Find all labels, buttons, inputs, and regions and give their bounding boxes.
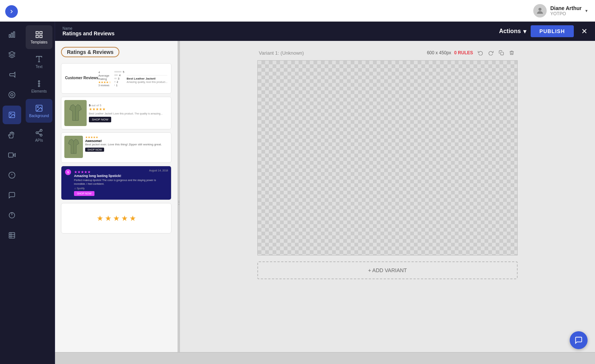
- card-1-title: Customer Reviews: [65, 76, 98, 80]
- widget-name: Ratings and Reviews: [62, 30, 115, 36]
- card-1-lines: 5 4 3 2: [114, 71, 126, 87]
- variant-dimensions: 600 x 450px: [427, 50, 451, 55]
- top-nav-bar: Diane Arthur YOTPO ▾: [0, 0, 595, 22]
- svg-point-32: [36, 132, 38, 134]
- variant-label: Variant 1: (Unknown): [259, 50, 304, 56]
- svg-marker-4: [9, 52, 15, 55]
- panel-bar: Templates Text Elements Background APIs: [23, 22, 55, 364]
- svg-line-34: [38, 133, 40, 135]
- header-bar: Name Ratings and Reviews Actions ▾ PUBLI…: [55, 22, 595, 41]
- category-badge: Ratings & Reviews: [61, 47, 119, 57]
- canvas-area[interactable]: [257, 60, 518, 255]
- avatar: [533, 4, 547, 17]
- variant-header: Variant 1: (Unknown) 600 x 450px 0 RULES: [257, 48, 518, 57]
- main-canvas: Variant 1: (Unknown) 600 x 450px 0 RULES: [180, 41, 595, 364]
- svg-rect-22: [36, 35, 38, 37]
- template-card-5-content: ★ ★ ★ ★ ★: [61, 203, 171, 233]
- sidebar-item-megaphone[interactable]: [3, 65, 21, 84]
- panel-item-text[interactable]: Text: [26, 50, 52, 74]
- template-card-3-content: ★★★★★ Awesome! Best jacket ever. Love th…: [61, 133, 171, 162]
- svg-rect-21: [40, 31, 42, 33]
- panel-item-elements[interactable]: Elements: [26, 74, 52, 98]
- panel-item-templates[interactable]: Templates: [26, 25, 52, 49]
- svg-point-28: [38, 85, 40, 87]
- card-1-left: 4 Average Rating ★★★★☆ 3 reviews: [98, 71, 111, 87]
- sidebar-item-video[interactable]: [3, 146, 21, 164]
- card-3-text: ★★★★★ Awesome! Best jacket ever. Love th…: [85, 136, 168, 152]
- card-2-info: 5 out of 5 ★★★★★ Best Leather Jacket! Lo…: [89, 104, 168, 122]
- template-card-2[interactable]: 5 out of 5 ★★★★★ Best Leather Jacket! Lo…: [61, 97, 171, 129]
- sidebar-item-chat[interactable]: [3, 186, 21, 204]
- panel-item-background[interactable]: Background: [26, 99, 52, 123]
- svg-rect-38: [501, 52, 504, 55]
- icon-bar: [0, 22, 23, 364]
- svg-point-5: [9, 92, 15, 98]
- name-label: Name: [62, 26, 115, 30]
- sidebar-item-hand[interactable]: [3, 126, 21, 144]
- svg-line-35: [38, 131, 40, 132]
- status-bar: [55, 352, 595, 364]
- left-panel: Ratings & Reviews Customer Reviews 4 Ave…: [55, 41, 178, 364]
- expand-sidebar-button[interactable]: [5, 5, 18, 18]
- add-variant-button[interactable]: + ADD VARIANT: [257, 261, 518, 279]
- header-actions: Actions ▾ PUBLISH ✕: [499, 25, 588, 37]
- variant-container: Variant 1: (Unknown) 600 x 450px 0 RULES: [257, 48, 518, 255]
- delete-icon[interactable]: [507, 48, 516, 57]
- sidebar-item-target[interactable]: [3, 86, 21, 104]
- sidebar-item-info[interactable]: [3, 166, 21, 184]
- svg-rect-16: [9, 233, 15, 238]
- rules-badge: 0 RULES: [454, 50, 473, 55]
- card-4-shop-btn: SHOP NOW: [74, 191, 94, 196]
- template-card-3[interactable]: ★★★★★ Awesome! Best jacket ever. Love th…: [61, 132, 171, 163]
- sidebar-item-layers[interactable]: [3, 45, 21, 64]
- sidebar-item-table[interactable]: [3, 226, 21, 245]
- template-card-5[interactable]: ★ ★ ★ ★ ★: [61, 203, 171, 233]
- actions-button[interactable]: Actions ▾: [499, 28, 526, 35]
- user-company: YOTPO: [550, 11, 582, 16]
- svg-rect-23: [40, 35, 42, 37]
- content-area: Ratings & Reviews Customer Reviews 4 Ave…: [55, 41, 595, 364]
- svg-rect-2: [11, 33, 12, 38]
- svg-point-27: [38, 80, 40, 82]
- redo-icon[interactable]: [486, 48, 495, 57]
- close-button[interactable]: ✕: [581, 27, 588, 36]
- template-card-4[interactable]: 5 August 14, 2018 ★★★★★ Amazing long las…: [61, 166, 171, 200]
- svg-point-8: [10, 113, 11, 115]
- card-1-right: 5 4 3 2: [114, 71, 126, 87]
- panel-header: Ratings & Reviews: [55, 41, 177, 60]
- svg-marker-9: [13, 154, 15, 157]
- copy-icon[interactable]: [497, 48, 506, 57]
- panel-item-apis[interactable]: APIs: [26, 123, 52, 147]
- card-1-row: 4 Average Rating ★★★★☆ 3 reviews 5: [98, 71, 126, 87]
- sidebar-item-power[interactable]: [3, 206, 21, 225]
- template-card-1-content: Customer Reviews 4 Average Rating ★★★★☆ …: [61, 64, 171, 93]
- variant-meta: 600 x 450px 0 RULES: [427, 48, 516, 57]
- svg-point-33: [40, 134, 42, 136]
- svg-point-0: [538, 8, 541, 11]
- card-3-shop-btn: SHOP NOW: [85, 148, 104, 152]
- svg-rect-20: [36, 31, 38, 33]
- chevron-down-icon: ▾: [585, 8, 588, 13]
- sidebar-item-chart[interactable]: [3, 25, 21, 44]
- undo-icon[interactable]: [476, 48, 485, 57]
- header-name-section: Name Ratings and Reviews: [62, 26, 115, 36]
- card-2-shop-btn: SHOP NOW: [89, 117, 111, 122]
- chevron-down-icon: ▾: [523, 28, 526, 35]
- svg-rect-1: [9, 35, 10, 38]
- user-menu[interactable]: Diane Arthur YOTPO ▾: [533, 4, 588, 17]
- svg-point-31: [40, 129, 42, 131]
- sidebar-item-image[interactable]: [3, 106, 21, 124]
- publish-button[interactable]: PUBLISH: [531, 25, 574, 37]
- chat-support-button[interactable]: [570, 331, 588, 349]
- svg-point-26: [38, 83, 40, 84]
- user-details: Diane Arthur YOTPO: [550, 5, 582, 16]
- svg-rect-10: [8, 153, 13, 157]
- template-card-2-content: 5 out of 5 ★★★★★ Best Leather Jacket! Lo…: [61, 97, 171, 129]
- template-card-4-content: 5 August 14, 2018 ★★★★★ Amazing long las…: [61, 166, 171, 200]
- card-1-stars: ★★★★☆: [98, 81, 111, 84]
- template-card-1[interactable]: Customer Reviews 4 Average Rating ★★★★☆ …: [61, 63, 171, 94]
- svg-rect-3: [13, 32, 15, 38]
- jacket-thumbnail-1: [64, 100, 87, 126]
- svg-point-6: [10, 94, 13, 96]
- user-name: Diane Arthur: [550, 5, 582, 11]
